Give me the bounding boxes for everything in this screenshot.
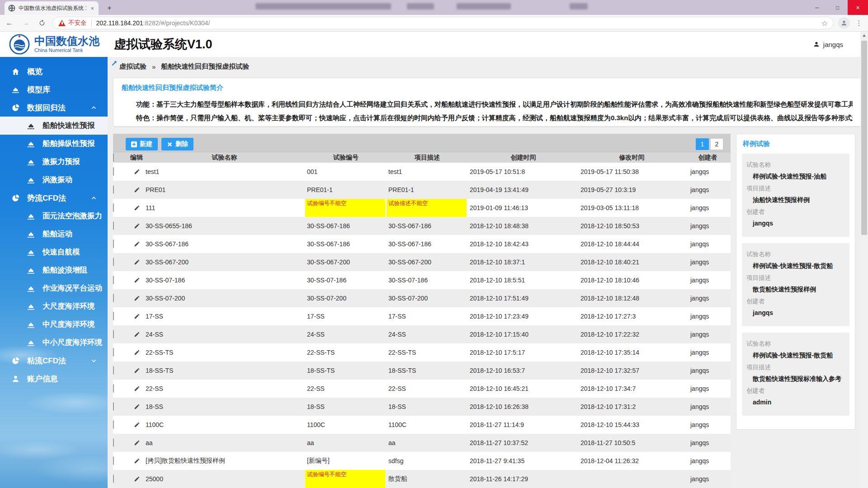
row-checkbox[interactable] (113, 456, 114, 465)
delete-button[interactable]: 删除 (161, 138, 193, 150)
edit-pencil-icon[interactable] (130, 416, 144, 434)
edit-pencil-icon[interactable] (130, 289, 144, 307)
url-path[interactable]: :8282/#/projects/K0304/ (143, 19, 210, 27)
sidebar-item-sub-中尺度海洋环境[interactable]: 中尺度海洋环境 (0, 315, 108, 333)
row-checkbox[interactable] (113, 438, 114, 447)
row-checkbox[interactable] (113, 294, 114, 302)
row-checkbox[interactable] (113, 330, 114, 338)
table-row[interactable]: test1 001 test1 2019-05-17 10:51:8 2019-… (113, 163, 731, 181)
table-row[interactable]: 30-SS-067-186 30-SS-067-186 30-SS-067-18… (113, 235, 731, 253)
edit-pencil-icon[interactable] (130, 434, 144, 452)
edit-pencil-icon[interactable] (130, 452, 144, 470)
scrollbar-thumb[interactable] (861, 41, 867, 235)
edit-pencil-icon[interactable] (130, 181, 144, 199)
page-button-1[interactable]: 1 (696, 138, 709, 150)
edit-pencil-icon[interactable] (130, 361, 144, 380)
edit-pencil-icon[interactable] (130, 271, 144, 289)
sidebar-item-概览[interactable]: 概览 (0, 62, 108, 80)
page-scrollbar[interactable] (860, 32, 868, 488)
sample-card[interactable]: 试验名称 样例试验-快速性预报-散货船 项目描述 散货船快速性预报标准输入参考 … (742, 333, 849, 416)
table-row[interactable]: 18-SS-TS 18-SS-TS 18-SS-TS 2018-12-10 16… (113, 361, 731, 380)
row-checkbox[interactable] (113, 221, 114, 230)
edit-pencil-icon[interactable] (130, 398, 144, 416)
sidebar-item-sub-船舶快速性预报[interactable]: 船舶快速性预报 (0, 117, 108, 135)
sidebar-item-sub-激振力预报[interactable]: 激振力预报 (0, 153, 108, 171)
scrollbar-up-icon[interactable] (860, 32, 868, 39)
edit-pencil-icon[interactable] (130, 307, 144, 325)
sidebar-item-sub-面元法空泡激振力[interactable]: 面元法空泡激振力 (0, 207, 108, 225)
sidebar-item-sub-船舶运动[interactable]: 船舶运动 (0, 225, 108, 243)
user-menu[interactable]: jangqs (813, 41, 843, 48)
new-tab-button[interactable]: + (103, 3, 116, 14)
pin-icon[interactable] (111, 60, 117, 68)
sidebar-item-数据回归法[interactable]: 数据回归法 (0, 99, 108, 117)
table-row[interactable]: PRE01 PRE01-1 PRE01-1 2019-04-19 13:41:4… (113, 181, 731, 199)
sample-card[interactable]: 试验名称 样例试验-快速性预报-散货船 项目描述 散货船快速性预报样例 创建者 … (742, 243, 849, 326)
sidebar-item-势流CFD法[interactable]: 势流CFD法 (0, 189, 108, 207)
sidebar-item-粘流CFD法[interactable]: 粘流CFD法 (0, 352, 108, 370)
select-all-checkbox[interactable] (113, 153, 114, 162)
edit-pencil-icon[interactable] (130, 217, 144, 235)
table-row[interactable]: 25000 试验编号不能空 散货船 2018-11-26 14:17:29 ja… (113, 470, 731, 488)
edit-pencil-icon[interactable] (130, 325, 144, 343)
minimize-button[interactable]: ─ (807, 0, 827, 15)
sidebar-item-sub-作业海况平台运动[interactable]: 作业海况平台运动 (0, 279, 108, 297)
row-checkbox[interactable] (113, 474, 114, 483)
sidebar-item-sub-大尺度海洋环境[interactable]: 大尺度海洋环境 (0, 297, 108, 315)
sidebar-item-模型库[interactable]: 模型库 (0, 80, 108, 99)
security-warning-icon[interactable] (58, 20, 66, 26)
edit-pencil-icon[interactable] (130, 380, 144, 398)
browser-menu-icon[interactable]: ⋮ (854, 19, 863, 27)
url-host[interactable]: 202.118.184.201 (96, 19, 143, 27)
tab-close-icon[interactable]: × (90, 5, 95, 12)
table-row[interactable]: 30-SS-0655-186 30-SS-067-186 30-SS-067-1… (113, 217, 731, 235)
table-row[interactable]: 30-SS-07-186 30-SS-07-186 30-SS-07-186 2… (113, 271, 731, 289)
edit-pencil-icon[interactable] (130, 343, 144, 361)
table-row[interactable]: 1100C 1100C 1100C 2018-11-27 11:14:9 201… (113, 416, 731, 434)
row-checkbox[interactable] (113, 185, 114, 194)
table-row[interactable]: 17-SS 17-SS 17-SS 2018-12-10 17:23:49 20… (113, 307, 731, 325)
row-checkbox[interactable] (113, 167, 114, 176)
sample-card[interactable]: 试验名称 样例试验-快速性预报-油船 项目描述 油船快速性预报样例 创建者 ja… (742, 154, 849, 237)
maximize-button[interactable]: □ (827, 0, 848, 15)
edit-pencil-icon[interactable] (130, 199, 144, 217)
table-row[interactable]: 30-SS-07-200 30-SS-07-200 30-SS-07-200 2… (113, 289, 731, 307)
table-row[interactable]: 22-SS-TS 22-SS-TS 22-SS-TS 2018-12-10 17… (113, 343, 731, 361)
sidebar-item-sub-船舶波浪增阻[interactable]: 船舶波浪增阻 (0, 261, 108, 279)
back-icon[interactable]: ← (3, 17, 16, 29)
sidebar-item-sub-中小尺度海洋环境[interactable]: 中小尺度海洋环境 (0, 333, 108, 352)
edit-pencil-icon[interactable] (130, 163, 144, 181)
row-checkbox[interactable] (113, 348, 114, 357)
new-button[interactable]: 新建 (126, 138, 158, 150)
close-button[interactable]: × (848, 0, 868, 15)
browser-tab[interactable]: 中国数值水池虚拟试验系统 1.0 × (5, 1, 99, 15)
row-checkbox[interactable] (113, 239, 114, 248)
edit-pencil-icon[interactable] (130, 235, 144, 253)
edit-pencil-icon[interactable] (130, 253, 144, 271)
row-checkbox[interactable] (113, 384, 114, 393)
security-warning-label[interactable]: 不安全 (68, 19, 87, 27)
table-row[interactable]: aa aa aa 2018-11-27 10:37:52 2018-11-27 … (113, 434, 731, 452)
row-checkbox[interactable] (113, 420, 114, 429)
page-button-2[interactable]: 2 (710, 138, 723, 150)
table-row[interactable]: [拷贝]散货船快速性预报样例 [新编号] sdfsg 2018-11-27 9:… (113, 452, 731, 470)
table-row[interactable]: 18-SS 18-SS 18-SS 2018-12-10 16:26:38 20… (113, 398, 731, 416)
sidebar-item-sub-涡激振动[interactable]: 涡激振动 (0, 171, 108, 189)
row-checkbox[interactable] (113, 366, 114, 375)
forward-icon[interactable]: → (19, 17, 33, 29)
sidebar-item-账户信息[interactable]: 账户信息 (0, 370, 108, 388)
row-checkbox[interactable] (113, 276, 114, 284)
sidebar-item-sub-船舶操纵性预报[interactable]: 船舶操纵性预报 (0, 135, 108, 153)
bookmark-star-icon[interactable]: ☆ (821, 19, 828, 28)
row-checkbox[interactable] (113, 258, 114, 266)
table-row[interactable]: 22-SS 22-SS 22-SS 2018-12-10 16:45:21 20… (113, 380, 731, 398)
table-row[interactable]: 30-SS-067-200 30-SS-067-200 30-SS-067-20… (113, 253, 731, 271)
refresh-icon[interactable] (35, 17, 49, 29)
breadcrumb-root[interactable]: 虚拟试验 (119, 62, 146, 71)
table-row[interactable]: 111 试验编号不能空 试验描述不能空 2019-01-09 11:46:13 … (113, 199, 731, 217)
sidebar-item-sub-快速自航模[interactable]: 快速自航模 (0, 243, 108, 261)
edit-pencil-icon[interactable] (130, 470, 144, 488)
url-bar[interactable]: 不安全 202.118.184.201 :8282/#/projects/K03… (52, 17, 834, 29)
browser-profile-avatar[interactable] (838, 17, 850, 29)
row-checkbox[interactable] (113, 203, 114, 212)
